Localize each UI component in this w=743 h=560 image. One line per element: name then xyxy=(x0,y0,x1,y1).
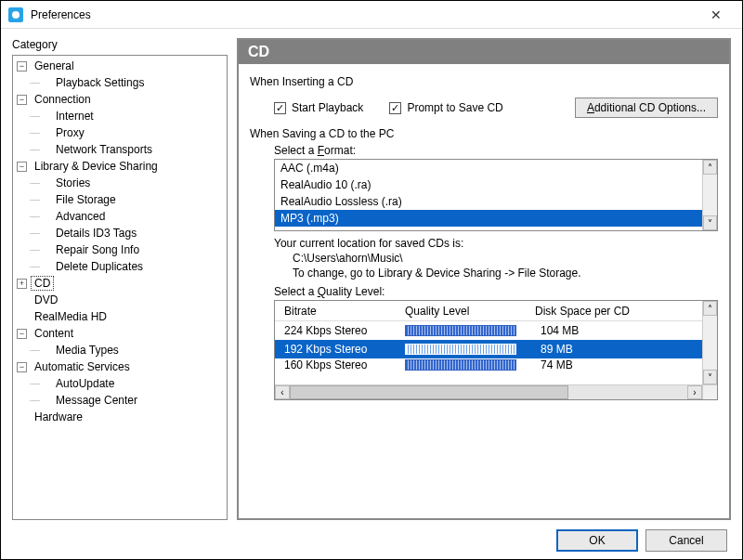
tree-realmedia-hd[interactable]: RealMedia HD xyxy=(31,309,111,324)
tree-automatic-services[interactable]: Automatic Services xyxy=(31,359,134,374)
additional-cd-options-button[interactable]: Additional CD Options... xyxy=(575,98,718,118)
category-panel: Category −General ┈┈Playback Settings −C… xyxy=(12,38,228,520)
bitrate-cell: 224 Kbps Stereo xyxy=(275,324,405,337)
scroll-thumb[interactable] xyxy=(290,385,568,399)
expand-icon[interactable]: − xyxy=(17,95,27,105)
tree-hardware[interactable]: Hardware xyxy=(31,410,86,424)
header-bitrate[interactable]: Bitrate xyxy=(275,305,405,318)
cd-panel: CD When Inserting a CD ✓ Start Playback … xyxy=(237,38,731,520)
tree-dvd[interactable]: DVD xyxy=(31,293,61,307)
quality-listbox[interactable]: Bitrate Quality Level Disk Space per CD … xyxy=(274,300,718,400)
expand-icon[interactable]: − xyxy=(17,61,27,72)
expand-icon[interactable]: + xyxy=(17,279,27,289)
start-playback-checkbox[interactable]: ✓ Start Playback xyxy=(274,101,363,114)
location-label: Your current location for saved CDs is: xyxy=(250,237,718,250)
quality-bar-icon xyxy=(405,325,516,336)
tree-content[interactable]: Content xyxy=(31,326,77,341)
cancel-button[interactable]: Cancel xyxy=(645,529,727,552)
quality-hscrollbar[interactable]: ‹ › xyxy=(275,384,702,399)
disk-cell: 104 MB xyxy=(535,324,702,337)
start-playback-label: Start Playback xyxy=(292,101,363,114)
prompt-save-checkbox[interactable]: ✓ Prompt to Save CD xyxy=(389,101,502,114)
quality-row[interactable]: 160 Kbps Stereo 74 MB xyxy=(275,358,702,371)
quality-bar-icon xyxy=(405,344,516,355)
bitrate-cell: 192 Kbps Stereo xyxy=(275,343,405,356)
scroll-right-icon[interactable]: › xyxy=(687,385,702,399)
scroll-corner xyxy=(702,384,717,399)
select-quality-label: Select a Quality Level: xyxy=(250,285,718,298)
check-icon: ✓ xyxy=(274,102,286,114)
tree-internet[interactable]: Internet xyxy=(52,109,98,124)
expand-icon[interactable]: − xyxy=(17,362,27,372)
format-scrollbar[interactable]: ˄ ˅ xyxy=(702,160,717,230)
location-hint: To change, go to Library & Device Sharin… xyxy=(250,267,718,280)
disk-cell: 74 MB xyxy=(535,358,702,371)
tree-media-types[interactable]: Media Types xyxy=(52,343,123,358)
tree-advanced[interactable]: Advanced xyxy=(52,209,109,224)
scroll-up-icon[interactable]: ˄ xyxy=(703,301,717,316)
quality-row-selected[interactable]: 192 Kbps Stereo 89 MB xyxy=(275,340,702,358)
tree-message-center[interactable]: Message Center xyxy=(52,393,141,408)
quality-row[interactable]: 224 Kbps Stereo 104 MB xyxy=(275,321,702,340)
category-label: Category xyxy=(12,38,228,51)
header-quality[interactable]: Quality Level xyxy=(405,305,535,318)
format-item-ralossless[interactable]: RealAudio Lossless (.ra) xyxy=(275,193,702,210)
dialog-footer: OK Cancel xyxy=(12,529,731,552)
tree-library-sharing[interactable]: Library & Device Sharing xyxy=(31,159,162,174)
tree-cd[interactable]: CD xyxy=(31,276,54,291)
close-icon[interactable]: ✕ xyxy=(697,7,735,22)
tree-delete-duplicates[interactable]: Delete Duplicates xyxy=(52,259,147,274)
tree-general[interactable]: General xyxy=(31,59,78,73)
scroll-up-icon[interactable]: ˄ xyxy=(703,160,717,175)
category-tree[interactable]: −General ┈┈Playback Settings −Connection… xyxy=(12,55,228,520)
tree-proxy[interactable]: Proxy xyxy=(52,125,88,140)
quality-vscrollbar[interactable]: ˄ ˅ xyxy=(702,301,717,384)
format-item-aac[interactable]: AAC (.m4a) xyxy=(275,160,702,176)
expand-icon[interactable]: − xyxy=(17,329,27,339)
scroll-track[interactable] xyxy=(703,316,717,370)
tree-playback-settings[interactable]: Playback Settings xyxy=(52,75,148,90)
insert-label: When Inserting a CD xyxy=(250,75,718,88)
scroll-down-icon[interactable]: ˅ xyxy=(703,370,717,384)
app-icon xyxy=(8,7,23,22)
tree-autoupdate[interactable]: AutoUpdate xyxy=(52,376,118,391)
location-path: C:\Users\ahorn\Music\ xyxy=(250,252,718,265)
format-listbox[interactable]: AAC (.m4a) RealAudio 10 (.ra) RealAudio … xyxy=(274,159,718,231)
scroll-left-icon[interactable]: ‹ xyxy=(275,385,290,399)
quality-header: Bitrate Quality Level Disk Space per CD xyxy=(275,301,702,321)
prompt-save-label: Prompt to Save CD xyxy=(407,101,502,114)
ok-button[interactable]: OK xyxy=(556,529,638,552)
tree-repair-song[interactable]: Repair Song Info xyxy=(52,242,143,257)
disk-cell: 89 MB xyxy=(535,343,702,356)
format-item-ra10[interactable]: RealAudio 10 (.ra) xyxy=(275,176,702,193)
scroll-down-icon[interactable]: ˅ xyxy=(703,215,717,230)
tree-details-id3[interactable]: Details ID3 Tags xyxy=(52,226,140,241)
check-icon: ✓ xyxy=(389,102,401,114)
tree-file-storage[interactable]: File Storage xyxy=(52,192,120,207)
scroll-track[interactable] xyxy=(703,175,717,215)
panel-title: CD xyxy=(239,40,729,64)
header-disk[interactable]: Disk Space per CD xyxy=(535,305,702,318)
bitrate-cell: 160 Kbps Stereo xyxy=(275,358,405,371)
window-title: Preferences xyxy=(31,8,91,21)
select-format-label: Select a Format: xyxy=(250,144,718,157)
titlebar: Preferences ✕ xyxy=(1,1,742,29)
quality-bar-icon xyxy=(405,359,516,371)
expand-icon[interactable]: − xyxy=(17,162,27,172)
tree-network-transports[interactable]: Network Transports xyxy=(52,142,156,157)
additional-options-text: dditional CD Options... xyxy=(594,101,706,114)
tree-connection[interactable]: Connection xyxy=(31,92,95,107)
tree-stories[interactable]: Stories xyxy=(52,176,94,190)
format-item-mp3[interactable]: MP3 (.mp3) xyxy=(275,210,702,227)
saving-label: When Saving a CD to the PC xyxy=(250,127,718,140)
